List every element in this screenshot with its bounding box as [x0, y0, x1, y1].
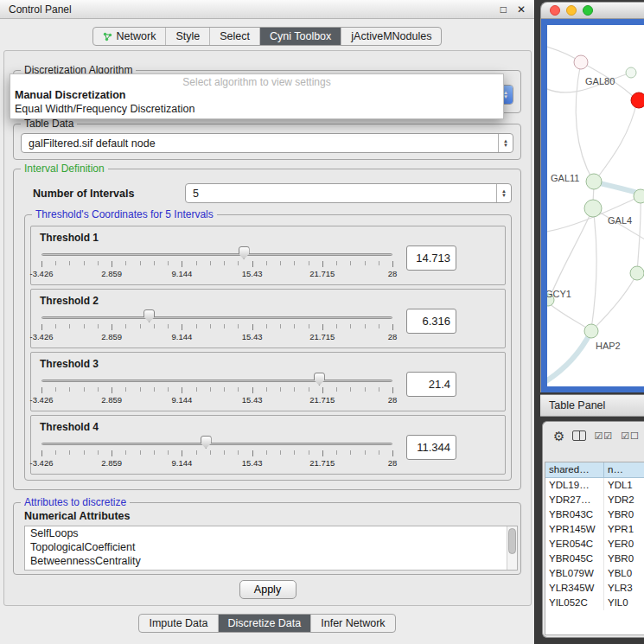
- network-node[interactable]: [634, 189, 644, 203]
- table-data-group: Table Data galFiltered.sif default node …: [13, 124, 521, 160]
- number-of-intervals-value: 5: [186, 188, 496, 200]
- control-panel-window: Control Panel □ ✕ NetworkStyleSelectCyni…: [0, 0, 535, 644]
- table-data-group-title: Table Data: [21, 118, 77, 130]
- deselect-all-icon[interactable]: ☑☐: [621, 431, 640, 441]
- tab-style[interactable]: Style: [165, 28, 209, 45]
- slider-thumb-icon[interactable]: [314, 373, 325, 386]
- table-row[interactable]: YIL052CYIL0: [545, 596, 644, 610]
- popup-item-manual-discretization[interactable]: Manual Discretization: [10, 88, 503, 102]
- tab-jactivemnodules[interactable]: jActiveMNodules: [341, 28, 441, 45]
- table-row[interactable]: YBL079WYBL0: [545, 566, 644, 581]
- slider-scale-label: 2.859: [101, 269, 122, 278]
- float-window-icon[interactable]: □: [501, 4, 507, 15]
- slider-thumb-icon[interactable]: [143, 309, 155, 322]
- table-cell: YLR345W: [545, 581, 604, 596]
- network-node[interactable]: [584, 324, 598, 338]
- apply-button[interactable]: Apply: [239, 580, 296, 599]
- table-row[interactable]: YBR045CYBR0: [545, 552, 644, 566]
- table-cell: YBR043C: [545, 507, 604, 522]
- attributes-group: Attributes to discretize Numerical Attri…: [13, 502, 521, 575]
- slider-ticks: [41, 324, 392, 328]
- slider-scale-label: -3.426: [30, 269, 54, 278]
- tab-label: Cyni Toolbox: [270, 30, 331, 42]
- table-panel-titlebar: Table Panel: [540, 394, 644, 417]
- thresholds-group: Threshold's Coordinates for 5 Intervals …: [24, 214, 512, 481]
- table-toolbar: ⚙ ☑☑ ☑☐: [543, 422, 644, 450]
- tab-impute-data[interactable]: Impute Data: [139, 615, 217, 632]
- attribute-item[interactable]: SelfLoops: [25, 526, 517, 540]
- control-panel-titlebar: Control Panel □ ✕: [0, 0, 534, 19]
- threshold-slider[interactable]: -3.4262.8599.14415.4321.71528: [40, 372, 394, 406]
- network-node[interactable]: [586, 174, 602, 189]
- table-row[interactable]: YBR043CYBR0: [545, 507, 644, 522]
- columns-icon[interactable]: [572, 430, 586, 441]
- slider-thumb-icon[interactable]: [201, 436, 212, 449]
- gear-icon[interactable]: ⚙: [553, 430, 564, 443]
- threshold-box: Threshold 4 -3.4262.8599.14415.4321.7152…: [30, 415, 506, 475]
- tab-label: jActiveMNodules: [351, 30, 431, 42]
- combobox-stepper-icon[interactable]: ▲▼: [498, 134, 513, 152]
- table-cell: YDL1: [604, 478, 644, 493]
- interval-definition-title: Interval Definition: [21, 163, 108, 175]
- scrollbar-thumb[interactable]: [508, 528, 516, 554]
- tab-label: Network: [117, 30, 156, 42]
- network-node[interactable]: [630, 266, 644, 280]
- table-row[interactable]: YLR345WYLR3: [545, 581, 644, 596]
- threshold-slider[interactable]: -3.4262.8599.14415.4321.71528: [40, 245, 394, 280]
- combobox-stepper-icon[interactable]: ▲▼: [496, 184, 511, 202]
- table-row[interactable]: YDR27…YDR2: [545, 493, 644, 507]
- number-of-intervals-label: Number of Intervals: [33, 188, 185, 200]
- threshold-value-field[interactable]: 11.344: [406, 435, 456, 460]
- tab-cyni-toolbox[interactable]: Cyni Toolbox: [259, 28, 341, 45]
- network-node[interactable]: [574, 55, 588, 69]
- column-header-shared-name[interactable]: shared…: [545, 462, 604, 478]
- popup-item-equal-width-frequency[interactable]: Equal Width/Frequency Discretization: [10, 102, 503, 116]
- list-scrollbar[interactable]: [507, 526, 517, 570]
- attribute-item[interactable]: BetweennessCentrality: [25, 554, 517, 568]
- threshold-box: Threshold 3 -3.4262.8599.14415.4321.7152…: [30, 352, 506, 411]
- network-view: GAL80 GAL11 GAL4 GCY1 HAP2: [540, 19, 644, 392]
- network-node[interactable]: [626, 67, 636, 78]
- network-canvas[interactable]: GAL80 GAL11 GAL4 GCY1 HAP2: [547, 25, 644, 386]
- minimize-traffic-light-icon[interactable]: [566, 5, 577, 16]
- close-traffic-light-icon[interactable]: [550, 5, 560, 16]
- number-of-intervals-combobox[interactable]: 5 ▲▼: [185, 183, 512, 203]
- threshold-value-field[interactable]: 14.713: [406, 245, 456, 271]
- slider-scale-label: 2.859: [101, 332, 122, 341]
- tab-label: Impute Data: [149, 617, 207, 629]
- close-icon[interactable]: ✕: [517, 4, 526, 15]
- select-all-icon[interactable]: ☑☑: [594, 431, 613, 441]
- slider-scale-label: 15.43: [242, 269, 263, 278]
- slider-scale-label: 28: [388, 332, 398, 341]
- table-row[interactable]: YER054CYER0: [545, 537, 644, 552]
- network-window-titlebar[interactable]: [540, 2, 644, 19]
- table-data-combobox[interactable]: galFiltered.sif default node ▲▼: [21, 133, 513, 153]
- tab-discretize-data[interactable]: Discretize Data: [218, 615, 311, 632]
- number-of-intervals-row: Number of Intervals 5 ▲▼: [33, 183, 512, 203]
- threshold-value-field[interactable]: 6.316: [406, 309, 456, 334]
- slider-scale-label: 2.859: [101, 458, 122, 468]
- network-node-selected[interactable]: [631, 92, 644, 108]
- table-row[interactable]: YPR145WYPR1: [545, 522, 644, 537]
- threshold-value-field[interactable]: 21.4: [406, 372, 456, 397]
- threshold-slider[interactable]: -3.4262.8599.14415.4321.71528: [40, 435, 394, 469]
- table-row[interactable]: YDL19…YDL1: [545, 478, 644, 493]
- slider-scale-label: 21.715: [309, 395, 335, 405]
- slider-scale-label: 21.715: [309, 269, 335, 278]
- network-graph[interactable]: GAL80 GAL11 GAL4 GCY1 HAP2: [547, 25, 644, 386]
- network-window: GAL80 GAL11 GAL4 GCY1 HAP2 Table Panel ⚙…: [540, 0, 644, 644]
- slider-scale-label: 2.859: [101, 395, 122, 405]
- attributes-group-title: Attributes to discretize: [21, 496, 130, 508]
- tab-infer-network[interactable]: Infer Network: [310, 615, 394, 632]
- zoom-traffic-light-icon[interactable]: [583, 5, 593, 16]
- attribute-item[interactable]: TopologicalCoefficient: [25, 540, 517, 554]
- column-header-name[interactable]: n…: [604, 462, 644, 478]
- tab-select[interactable]: Select: [209, 28, 259, 45]
- node-label: GAL11: [551, 173, 579, 183]
- numerical-attributes-list[interactable]: SelfLoopsTopologicalCoefficientBetweenne…: [24, 526, 518, 571]
- slider-scale: -3.4262.8599.14415.4321.71528: [41, 395, 392, 405]
- threshold-slider[interactable]: -3.4262.8599.14415.4321.71528: [40, 309, 394, 343]
- network-node[interactable]: [584, 200, 602, 217]
- tab-network[interactable]: Network: [93, 28, 166, 45]
- slider-thumb-icon[interactable]: [239, 246, 250, 259]
